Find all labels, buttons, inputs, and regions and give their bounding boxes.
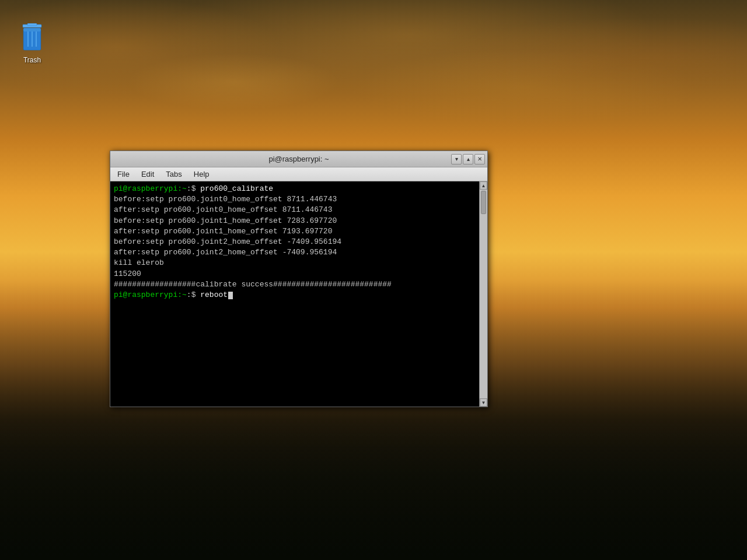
menu-help[interactable]: Help	[189, 169, 214, 180]
menu-file[interactable]: File	[113, 169, 134, 180]
scrollbar-up-arrow[interactable]: ▲	[480, 181, 487, 190]
scrollbar-thumb[interactable]	[481, 191, 486, 214]
minimize-button[interactable]: ▾	[451, 154, 462, 164]
trash-label: Trash	[23, 56, 41, 64]
menu-edit[interactable]: Edit	[137, 169, 159, 180]
terminal-content: pi@raspberrypi:~:$ pro600_calibrate befo…	[110, 181, 487, 407]
trash-icon[interactable]: Trash	[15, 23, 50, 64]
svg-rect-6	[23, 28, 41, 32]
title-bar: pi@raspberrypi: ~ ▾ ▴ ✕	[110, 151, 487, 167]
menu-tabs[interactable]: Tabs	[161, 169, 186, 180]
close-button[interactable]: ✕	[474, 154, 485, 164]
terminal-title: pi@raspberrypi: ~	[268, 155, 329, 163]
scrollbar-down-arrow[interactable]: ▼	[480, 398, 487, 407]
maximize-button[interactable]: ▴	[463, 154, 473, 164]
terminal-output[interactable]: pi@raspberrypi:~:$ pro600_calibrate befo…	[110, 181, 479, 407]
scrollbar-track	[480, 190, 487, 398]
terminal-scrollbar: ▲ ▼	[479, 181, 487, 407]
title-bar-controls: ▾ ▴ ✕	[451, 154, 485, 164]
terminal-window: pi@raspberrypi: ~ ▾ ▴ ✕ File Edit Tabs H…	[110, 150, 488, 407]
svg-rect-1	[27, 23, 37, 26]
trash-icon-image	[18, 23, 46, 54]
menu-bar: File Edit Tabs Help	[110, 167, 487, 181]
